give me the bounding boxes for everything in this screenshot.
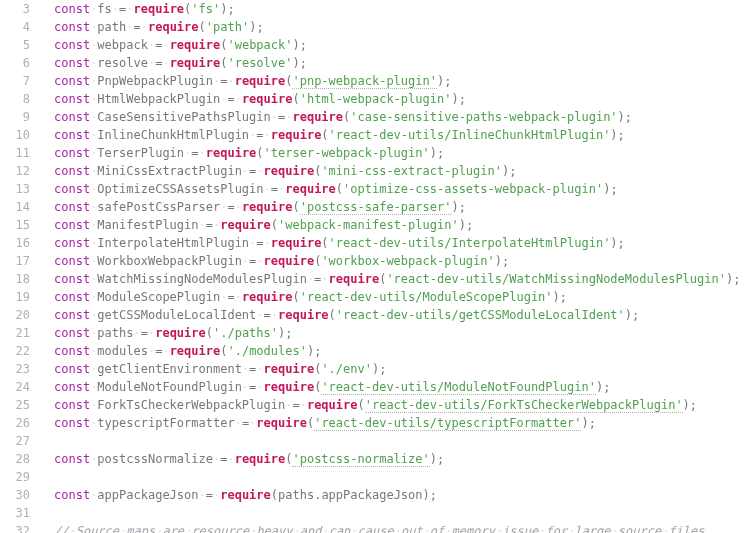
require-call: require <box>170 38 221 52</box>
require-call: require <box>235 74 286 88</box>
keyword-const: const <box>54 200 90 214</box>
require-call: require <box>271 236 322 250</box>
require-call: require <box>242 290 293 304</box>
string-literal: 'terser-webpack-plugin' <box>264 146 430 160</box>
code-line[interactable]: const·resolve·=·require('resolve'); <box>54 54 749 72</box>
identifier: MiniCssExtractPlugin <box>97 164 242 178</box>
code-line[interactable] <box>54 504 749 522</box>
code-line[interactable]: const·path·=·require('path'); <box>54 18 749 36</box>
code-line[interactable] <box>54 468 749 486</box>
line-number: 7 <box>0 72 30 90</box>
line-number: 24 <box>0 378 30 396</box>
code-line[interactable]: const·modules·=·require('./modules'); <box>54 342 749 360</box>
code-line[interactable]: const·TerserPlugin·=·require('terser-web… <box>54 144 749 162</box>
code-line[interactable]: const·ModuleScopePlugin·=·require('react… <box>54 288 749 306</box>
require-call: require <box>170 56 221 70</box>
require-call: require <box>271 128 322 142</box>
line-number: 14 <box>0 198 30 216</box>
code-editor: 3456789101112131415161718192021222324252… <box>0 0 749 533</box>
line-number: 28 <box>0 450 30 468</box>
code-line[interactable]: const·typescriptFormatter·=·require('rea… <box>54 414 749 432</box>
string-literal: 'html-webpack-plugin' <box>300 92 452 106</box>
keyword-const: const <box>54 488 90 502</box>
keyword-const: const <box>54 92 90 106</box>
identifier: ModuleNotFoundPlugin <box>97 380 242 394</box>
code-area[interactable]: const·fs·=·require('fs');const·path·=·re… <box>40 0 749 533</box>
keyword-const: const <box>54 452 90 466</box>
require-call: require <box>155 326 206 340</box>
identifier: InterpolateHtmlPlugin <box>97 236 249 250</box>
code-line[interactable]: const·webpack·=·require('webpack'); <box>54 36 749 54</box>
identifier: WorkboxWebpackPlugin <box>97 254 242 268</box>
keyword-const: const <box>54 236 90 250</box>
code-line[interactable]: const·InterpolateHtmlPlugin·=·require('r… <box>54 234 749 252</box>
require-call: require <box>170 344 221 358</box>
code-line[interactable]: const·HtmlWebpackPlugin·=·require('html-… <box>54 90 749 108</box>
code-line[interactable]: const·ForkTsCheckerWebpackPlugin·=·requi… <box>54 396 749 414</box>
keyword-const: const <box>54 254 90 268</box>
require-call: require <box>235 452 286 466</box>
code-line[interactable]: const·fs·=·require('fs'); <box>54 0 749 18</box>
line-number: 15 <box>0 216 30 234</box>
keyword-const: const <box>54 110 90 124</box>
line-number: 17 <box>0 252 30 270</box>
identifier: ModuleScopePlugin <box>97 290 220 304</box>
identifier: ForkTsCheckerWebpackPlugin <box>97 398 285 412</box>
line-number: 20 <box>0 306 30 324</box>
keyword-const: const <box>54 128 90 142</box>
code-line[interactable]: const·safePostCssParser·=·require('postc… <box>54 198 749 216</box>
code-line[interactable]: const·paths·=·require('./paths'); <box>54 324 749 342</box>
code-line[interactable]: const·getClientEnvironment·=·require('./… <box>54 360 749 378</box>
keyword-const: const <box>54 218 90 232</box>
identifier: ManifestPlugin <box>97 218 198 232</box>
require-call: require <box>264 362 315 376</box>
identifier: resolve <box>97 56 148 70</box>
require-call: require <box>264 164 315 178</box>
code-line[interactable]: const·postcssNormalize·=·require('postcs… <box>54 450 749 468</box>
code-line[interactable]: const·getCSSModuleLocalIdent·=·require('… <box>54 306 749 324</box>
line-number: 31 <box>0 504 30 522</box>
identifier: PnpWebpackPlugin <box>97 74 213 88</box>
line-number: 22 <box>0 342 30 360</box>
string-literal: 'postcss-safe-parser' <box>300 200 452 215</box>
line-number: 32 <box>0 522 30 533</box>
identifier: WatchMissingNodeModulesPlugin <box>97 272 307 286</box>
require-call: require <box>220 488 271 502</box>
code-line[interactable]: const·appPackageJson·=·require(paths.app… <box>54 486 749 504</box>
string-literal: 'path' <box>206 20 249 34</box>
require-call: require <box>148 20 199 34</box>
line-number-gutter: 3456789101112131415161718192021222324252… <box>0 0 40 533</box>
line-number: 25 <box>0 396 30 414</box>
keyword-const: const <box>54 20 90 34</box>
code-line[interactable]: //·Source·maps·are·resource·heavy·and·ca… <box>54 522 749 533</box>
string-literal: 'react-dev-utils/typescriptFormatter' <box>314 416 581 431</box>
line-number: 9 <box>0 108 30 126</box>
code-line[interactable]: const·PnpWebpackPlugin·=·require('pnp-we… <box>54 72 749 90</box>
identifier: InlineChunkHtmlPlugin <box>97 128 249 142</box>
code-line[interactable]: const·ManifestPlugin·=·require('webpack-… <box>54 216 749 234</box>
identifier: getClientEnvironment <box>97 362 242 376</box>
code-line[interactable]: const·ModuleNotFoundPlugin·=·require('re… <box>54 378 749 396</box>
identifier: webpack <box>97 38 148 52</box>
string-literal: 'mini-css-extract-plugin' <box>321 164 502 178</box>
string-literal: 'react-dev-utils/ModuleScopePlugin' <box>300 290 553 304</box>
string-literal: 'resolve' <box>227 56 292 70</box>
code-line[interactable]: const·WatchMissingNodeModulesPlugin·=·re… <box>54 270 749 288</box>
string-literal: './paths' <box>213 326 278 340</box>
identifier: paths <box>97 326 133 340</box>
code-line[interactable]: const·WorkboxWebpackPlugin·=·require('wo… <box>54 252 749 270</box>
code-line[interactable]: const·MiniCssExtractPlugin·=·require('mi… <box>54 162 749 180</box>
line-number: 6 <box>0 54 30 72</box>
string-literal: 'workbox-webpack-plugin' <box>321 254 494 268</box>
code-line[interactable]: const·OptimizeCSSAssetsPlugin·=·require(… <box>54 180 749 198</box>
identifier: typescriptFormatter <box>97 416 234 430</box>
line-number: 13 <box>0 180 30 198</box>
string-literal: 'webpack-manifest-plugin' <box>278 218 459 232</box>
line-number: 8 <box>0 90 30 108</box>
code-line[interactable]: const·InlineChunkHtmlPlugin·=·require('r… <box>54 126 749 144</box>
line-number: 10 <box>0 126 30 144</box>
code-line[interactable]: const·CaseSensitivePathsPlugin·=·require… <box>54 108 749 126</box>
line-number: 5 <box>0 36 30 54</box>
code-line[interactable] <box>54 432 749 450</box>
keyword-const: const <box>54 74 90 88</box>
